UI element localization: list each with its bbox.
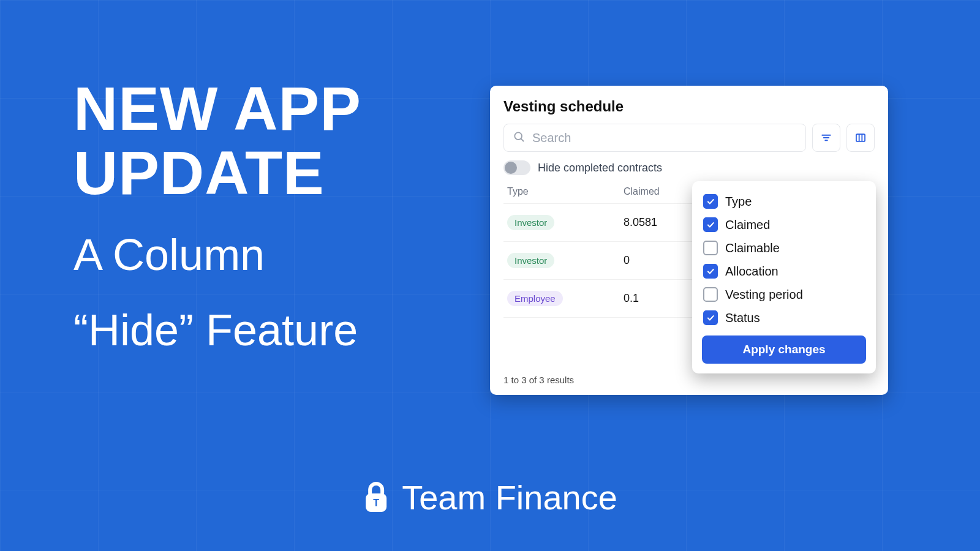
lock-icon: T — [363, 481, 390, 514]
column-option-status[interactable]: Status — [702, 306, 866, 329]
column-option-label: Allocation — [725, 264, 778, 279]
apply-changes-button[interactable]: Apply changes — [702, 335, 866, 364]
checkbox-checked-icon — [703, 217, 718, 232]
brand: T Team Finance — [363, 478, 617, 517]
results-count: 1 to 3 of 3 results — [503, 375, 574, 385]
checkbox-unchecked-icon — [703, 241, 718, 255]
type-badge: Investor — [507, 253, 554, 268]
subhead-line1: A Column — [74, 230, 361, 280]
checkbox-checked-icon — [703, 264, 718, 279]
column-option-claimed[interactable]: Claimed — [702, 213, 866, 236]
claimed-value: 8.0581 — [624, 216, 685, 229]
filter-icon — [820, 132, 832, 144]
claimed-value: 0 — [624, 254, 685, 267]
column-option-label: Status — [725, 311, 760, 325]
card-title: Vesting schedule — [503, 98, 875, 115]
column-option-label: Claimed — [725, 218, 770, 232]
column-option-label: Vesting period — [725, 288, 803, 302]
headline-line2: UPDATE — [74, 141, 361, 205]
toggle-knob — [505, 162, 517, 174]
checkbox-checked-icon — [703, 310, 718, 325]
column-option-vesting-period[interactable]: Vesting period — [702, 283, 866, 306]
columns-button[interactable] — [846, 124, 875, 152]
filter-button[interactable] — [812, 124, 840, 152]
brand-name: Team Finance — [402, 478, 617, 517]
headline: NEW APP UPDATE A Column “Hide” Feature — [74, 77, 361, 356]
column-option-label: Claimable — [725, 241, 780, 255]
columns-popover: Type Claimed Claimable Allocation Vestin… — [692, 181, 876, 373]
col-header-claimed: Claimed — [624, 186, 685, 197]
claimed-value: 0.1 — [624, 292, 685, 305]
type-badge: Investor — [507, 215, 554, 230]
search-icon — [513, 130, 525, 145]
columns-icon — [854, 132, 867, 144]
col-header-type: Type — [507, 186, 587, 197]
search-row — [503, 124, 875, 152]
type-badge: Employee — [507, 291, 563, 306]
headline-line1: NEW APP — [74, 77, 361, 141]
search-box[interactable] — [503, 124, 806, 152]
checkbox-unchecked-icon — [703, 287, 718, 302]
column-option-allocation[interactable]: Allocation — [702, 260, 866, 283]
svg-text:T: T — [373, 498, 379, 508]
checkbox-checked-icon — [703, 194, 718, 209]
column-option-claimable[interactable]: Claimable — [702, 236, 866, 260]
column-option-label: Type — [725, 195, 752, 209]
svg-line-1 — [521, 139, 524, 141]
column-option-type[interactable]: Type — [702, 190, 866, 213]
search-input[interactable] — [532, 131, 797, 145]
subhead-line2: “Hide” Feature — [74, 305, 361, 356]
svg-rect-5 — [856, 134, 865, 141]
hide-completed-toggle[interactable] — [503, 160, 530, 175]
promo-canvas: NEW APP UPDATE A Column “Hide” Feature V… — [0, 0, 980, 551]
hide-completed-label: Hide completed contracts — [538, 162, 662, 174]
hide-completed-row: Hide completed contracts — [503, 160, 875, 175]
